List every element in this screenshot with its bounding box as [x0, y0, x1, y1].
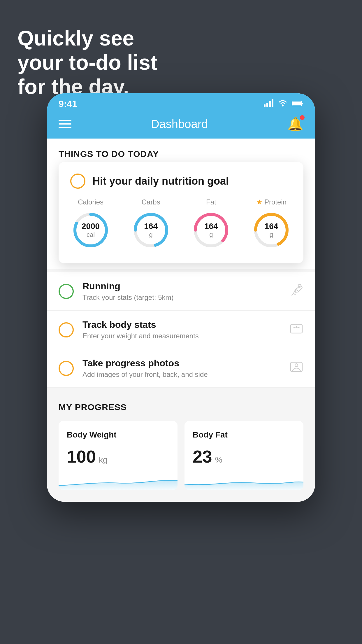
todo-running[interactable]: Running Track your stats (target: 5km) [47, 272, 315, 311]
svg-rect-3 [272, 99, 273, 107]
svg-point-4 [282, 105, 284, 106]
nutrition-card-header: Hit your daily nutrition goal [70, 174, 292, 189]
body-fat-card: Body Fat 23 % [184, 421, 303, 490]
svg-rect-2 [269, 101, 271, 107]
running-title: Running [82, 281, 281, 292]
svg-rect-7 [292, 102, 301, 105]
phone-mockup: 9:41 [47, 93, 315, 502]
body-weight-unit: kg [99, 455, 108, 465]
battery-icon [292, 99, 303, 109]
hamburger-menu[interactable] [59, 120, 71, 128]
things-section-title: THINGS TO DO TODAY [59, 149, 303, 159]
svg-rect-6 [302, 103, 303, 104]
body-weight-title: Body Weight [67, 430, 169, 440]
nutrition-checkbox[interactable] [70, 174, 85, 189]
running-icon [289, 284, 303, 298]
calories-item: Calories 2000 cal [70, 198, 111, 251]
fat-label: Fat [206, 198, 216, 206]
body-stats-title: Track body stats [82, 319, 281, 330]
progress-photos-subtitle: Add images of your front, back, and side [82, 370, 281, 379]
nutrition-card-title: Hit your daily nutrition goal [92, 175, 229, 187]
todo-body-stats[interactable]: Track body stats Enter your weight and m… [47, 311, 315, 349]
svg-point-20 [295, 364, 298, 367]
fat-ring: 164 g [191, 210, 231, 251]
status-time: 9:41 [59, 99, 77, 109]
person-photo-icon [289, 360, 303, 376]
progress-section-title: MY PROGRESS [59, 402, 303, 412]
protein-ring: 164 g [251, 210, 292, 251]
signal-icon [264, 99, 274, 109]
hamburger-line-2 [59, 123, 71, 125]
body-stats-text: Track body stats Enter your weight and m… [82, 319, 281, 340]
todo-list: Running Track your stats (target: 5km) [47, 272, 315, 388]
things-section-header: THINGS TO DO TODAY [47, 139, 315, 165]
body-fat-value-row: 23 % [193, 447, 295, 467]
running-checkbox[interactable] [59, 284, 74, 299]
nav-bar: Dashboard 🔔 [47, 112, 315, 139]
body-fat-value: 23 [193, 447, 212, 467]
protein-value: 164 [265, 222, 278, 231]
status-bar: 9:41 [47, 93, 315, 112]
svg-rect-17 [291, 324, 302, 333]
status-icons [264, 99, 303, 109]
running-subtitle: Track your stats (target: 5km) [82, 293, 281, 302]
progress-photos-text: Take progress photos Add images of your … [82, 358, 281, 379]
notification-bell[interactable]: 🔔 [287, 116, 303, 132]
body-weight-value: 100 [67, 447, 96, 467]
carbs-ring: 164 g [131, 210, 171, 251]
nutrition-grid: Calories 2000 cal [70, 198, 292, 251]
progress-grid: Body Weight 100 kg [59, 421, 303, 490]
scale-icon [289, 322, 303, 337]
todo-progress-photos[interactable]: Take progress photos Add images of your … [47, 349, 315, 388]
carbs-item: Carbs 164 g [131, 198, 171, 251]
body-stats-checkbox[interactable] [59, 322, 74, 337]
calories-unit: cal [82, 231, 100, 238]
calories-ring: 2000 cal [70, 210, 111, 251]
carbs-value: 164 [144, 222, 158, 231]
fat-value: 164 [204, 222, 218, 231]
carbs-unit: g [144, 231, 158, 238]
hamburger-line-3 [59, 127, 71, 128]
progress-photos-title: Take progress photos [82, 358, 281, 369]
body-fat-chart [184, 473, 303, 490]
headline-line2: your to-do list [17, 50, 157, 75]
svg-rect-0 [264, 104, 266, 107]
headline-line1: Quickly see [17, 26, 157, 50]
body-weight-chart [59, 473, 178, 490]
nav-title: Dashboard [151, 118, 208, 131]
protein-item: ★ Protein 164 g [251, 198, 292, 251]
fat-item: Fat 164 g [191, 198, 231, 251]
nutrition-card: Hit your daily nutrition goal Calories [59, 162, 303, 263]
protein-label-text: Protein [264, 198, 287, 206]
body-fat-title: Body Fat [193, 430, 295, 440]
progress-section: MY PROGRESS Body Weight 100 kg [47, 388, 315, 502]
content-area: THINGS TO DO TODAY Hit your daily nutrit… [47, 139, 315, 502]
calories-label: Calories [78, 198, 103, 206]
carbs-label: Carbs [142, 198, 160, 206]
calories-value: 2000 [82, 222, 100, 231]
protein-unit: g [265, 231, 278, 238]
headline: Quickly see your to-do list for the day. [17, 26, 157, 99]
hamburger-line-1 [59, 120, 71, 121]
progress-photos-checkbox[interactable] [59, 361, 74, 376]
running-text: Running Track your stats (target: 5km) [82, 281, 281, 302]
star-icon: ★ [256, 198, 263, 206]
wifi-icon [278, 99, 288, 109]
body-weight-card: Body Weight 100 kg [59, 421, 178, 490]
body-weight-value-row: 100 kg [67, 447, 169, 467]
protein-label: ★ Protein [256, 198, 287, 206]
notification-dot [300, 115, 305, 120]
fat-unit: g [204, 231, 218, 238]
body-stats-subtitle: Enter your weight and measurements [82, 332, 281, 340]
body-fat-unit: % [215, 455, 222, 465]
svg-rect-1 [266, 103, 268, 107]
